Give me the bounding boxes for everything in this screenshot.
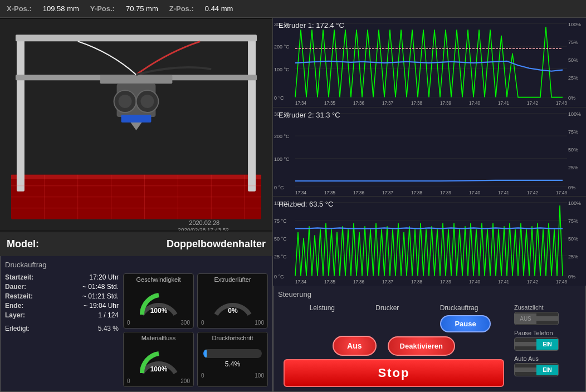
svg-text:17:40: 17:40 <box>469 280 480 285</box>
extruderluefter-gauge: Extruderlüfter 0% 0 100 <box>197 273 268 329</box>
svg-text:100%: 100% <box>568 200 581 206</box>
svg-text:100%: 100% <box>150 307 167 315</box>
svg-text:25%: 25% <box>568 164 578 170</box>
geschwindigkeit-gauge: Geschwindigkeit 100% 0 300 <box>123 273 194 329</box>
toggles-panel: Zusatzlicht AUS Pause Telefon EIN <box>514 304 581 387</box>
svg-text:0 °C: 0 °C <box>274 274 284 280</box>
svg-text:75%: 75% <box>568 129 578 134</box>
startzeit-value: 17:20 Uhr <box>44 273 119 281</box>
pause-telefon-toggle-item: Pause Telefon EIN <box>514 330 581 351</box>
model-bar: Model: Doppelbowdenhalter <box>0 232 272 256</box>
extruderluefter-range: 0 100 <box>200 320 265 326</box>
druckauftrag-title: Druckauftrag <box>5 261 268 269</box>
svg-text:17:37: 17:37 <box>382 280 393 285</box>
svg-text:17:37: 17:37 <box>382 101 393 106</box>
auto-aus-toggle[interactable]: EIN <box>514 363 559 376</box>
zusatzlicht-on <box>536 316 558 321</box>
svg-text:17:36: 17:36 <box>353 190 364 195</box>
model-name: Doppelbowdenhalter <box>167 238 266 250</box>
col-leistung: Leistung <box>310 304 335 312</box>
zusatzlicht-toggle[interactable]: AUS <box>514 312 559 325</box>
svg-marker-13 <box>131 122 142 130</box>
svg-text:0%: 0% <box>568 95 575 101</box>
auto-aus-on: EIN <box>536 365 558 375</box>
svg-text:17:42: 17:42 <box>527 190 538 195</box>
svg-text:17:36: 17:36 <box>353 280 364 285</box>
svg-rect-1 <box>11 175 261 179</box>
svg-text:100 °C: 100 °C <box>274 67 290 72</box>
svg-rect-6 <box>100 75 173 84</box>
erledigt-value: 5.43 % <box>98 325 119 332</box>
svg-text:17:34: 17:34 <box>295 190 306 195</box>
svg-text:25%: 25% <box>568 254 578 259</box>
zpos-value: 0.44 mm <box>205 4 233 13</box>
extruder1-label: Extruder 1: 172.4 °C <box>279 21 344 30</box>
svg-text:17:35: 17:35 <box>324 190 335 195</box>
svg-text:50 °C: 50 °C <box>274 236 287 242</box>
svg-text:2020.02.28: 2020.02.28 <box>189 219 219 226</box>
svg-text:200 °C: 200 °C <box>274 44 290 50</box>
svg-text:17:40: 17:40 <box>469 190 480 195</box>
heizbed-chart: Heizbed: 63.5 °C 100 °C 75 °C 50 °C 25 °… <box>273 197 586 286</box>
layer-label: Layer: <box>5 311 44 319</box>
svg-text:75%: 75% <box>568 218 578 224</box>
materialfluss-label: Materialfluss <box>126 335 191 341</box>
svg-text:50%: 50% <box>568 57 578 63</box>
auto-aus-toggle-label: Auto Aus <box>514 355 539 362</box>
svg-text:17:39: 17:39 <box>440 280 451 285</box>
print-job-panel: Druckauftrag Startzeit: 17:20 Uhr Dauer:… <box>0 256 273 392</box>
svg-text:17:43: 17:43 <box>556 190 567 195</box>
svg-text:25%: 25% <box>568 75 578 80</box>
svg-point-9 <box>119 95 132 108</box>
startzeit-row: Startzeit: 17:20 Uhr <box>5 273 119 281</box>
deaktivieren-button[interactable]: Deaktivieren <box>388 336 455 356</box>
aus-deaktivieren-row: Aus Deaktivieren <box>278 336 510 356</box>
right-panel: Extruder 1: 172.4 °C 300 °C 200 °C 100 °… <box>273 18 586 392</box>
svg-text:17:41: 17:41 <box>498 280 509 285</box>
svg-text:17:42: 17:42 <box>527 280 538 285</box>
svg-text:200 °C: 200 °C <box>274 134 290 139</box>
charts-area: Extruder 1: 172.4 °C 300 °C 200 °C 100 °… <box>273 18 586 286</box>
extruder2-label: Extruder 2: 31.3 °C <box>279 111 340 119</box>
svg-text:0 °C: 0 °C <box>274 95 284 101</box>
control-header-row: Leistung Drucker Druckauftrag <box>278 304 510 312</box>
svg-text:17:38: 17:38 <box>411 190 422 195</box>
svg-rect-3 <box>248 36 256 191</box>
restzeit-value: ~ 01:21 Std. <box>44 292 119 300</box>
svg-rect-12 <box>121 115 152 122</box>
left-panel: 2020.02.28 2020/02/28 17:43:52 Model: Do… <box>0 18 273 392</box>
dauer-value: ~ 01:48 Std. <box>44 283 119 291</box>
druckfortschritt-value: 5.4% <box>202 360 263 368</box>
pause-button[interactable]: Pause <box>440 315 490 332</box>
dauer-label: Dauer: <box>5 283 44 291</box>
extruder2-chart: Extruder 2: 31.3 °C 300 °C 200 °C 100 °C… <box>273 107 586 197</box>
svg-rect-2 <box>17 36 25 191</box>
control-main-area: Leistung Drucker Druckauftrag Pause Aus … <box>278 304 510 387</box>
main-content: 2020.02.28 2020/02/28 17:43:52 Model: Do… <box>0 18 586 392</box>
gauges-top: Geschwindigkeit 100% 0 300 <box>123 273 268 329</box>
extruder1-chart: Extruder 1: 172.4 °C 300 °C 200 °C 100 °… <box>273 18 586 107</box>
zusatzlicht-toggle-label: Zusatzlicht <box>514 304 544 311</box>
ende-label: Ende: <box>5 302 44 310</box>
geschwindigkeit-label: Geschwindigkeit <box>126 276 191 283</box>
restzeit-row: Restzeit: ~ 01:21 Std. <box>5 292 119 300</box>
svg-text:17:34: 17:34 <box>295 280 306 285</box>
dauer-row: Dauer: ~ 01:48 Std. <box>5 283 119 291</box>
svg-text:17:39: 17:39 <box>440 101 451 106</box>
zpos-label: Z-Pos.: <box>169 4 194 13</box>
pause-telefon-toggle[interactable]: EIN <box>514 337 559 351</box>
svg-text:17:43: 17:43 <box>556 280 567 285</box>
stop-button[interactable]: Stop <box>284 359 504 387</box>
svg-text:100%: 100% <box>150 365 167 373</box>
pause-telefon-toggle-label: Pause Telefon <box>514 330 553 336</box>
svg-text:17:41: 17:41 <box>498 101 509 106</box>
aus-button[interactable]: Aus <box>333 336 376 356</box>
zusatzlicht-off: AUS <box>515 313 536 324</box>
print-job-inner: Startzeit: 17:20 Uhr Dauer: ~ 01:48 Std.… <box>5 273 268 387</box>
druckfortschritt-bar-fill <box>203 349 207 358</box>
gauges-bottom: Materialfluss 100% 0 200 <box>123 332 268 387</box>
svg-text:0 °C: 0 °C <box>274 184 284 190</box>
svg-text:17:40: 17:40 <box>469 101 480 106</box>
svg-text:0%: 0% <box>228 307 238 315</box>
svg-text:17:34: 17:34 <box>295 101 306 106</box>
